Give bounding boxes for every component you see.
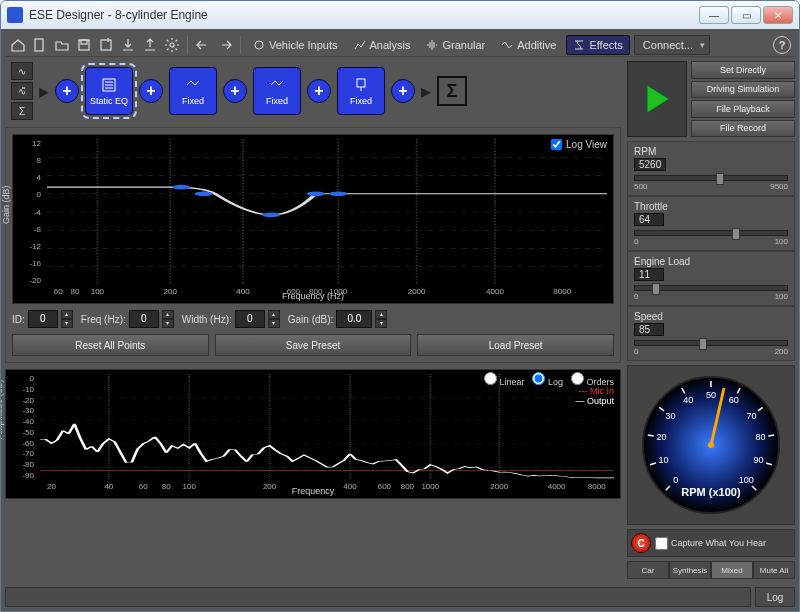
rpm-gauge: 0102030405060708090100 RPM (x100) <box>627 365 795 525</box>
fixed-node[interactable]: Fixed <box>169 67 217 115</box>
svg-rect-2 <box>81 40 87 44</box>
effects-chain: ∿ ∿̃ Σ ▸ + Static EQ + Fixed + <box>5 61 621 121</box>
id-up[interactable]: ▴ <box>61 310 73 319</box>
file-record-button[interactable]: File Record <box>691 120 795 138</box>
linear-radio[interactable]: Linear <box>484 372 525 387</box>
record-button[interactable]: C <box>631 533 651 553</box>
svg-point-22 <box>195 191 213 196</box>
freq-input[interactable]: 0 <box>129 310 159 328</box>
svg-text:90: 90 <box>754 455 764 465</box>
tab-mute-all[interactable]: Mute All <box>753 561 795 579</box>
tab-synthesis[interactable]: Synthesis <box>669 561 711 579</box>
add-node-button[interactable]: + <box>223 79 247 103</box>
svg-point-5 <box>255 41 263 49</box>
main-toolbar: Vehicle Inputs Analysis Granular Additiv… <box>5 33 795 57</box>
id-down[interactable]: ▾ <box>61 319 73 328</box>
svg-text:30: 30 <box>666 411 676 421</box>
svg-text:70: 70 <box>746 411 756 421</box>
open-icon[interactable] <box>53 36 71 54</box>
add-node-button[interactable]: + <box>391 79 415 103</box>
svg-point-61 <box>708 442 714 448</box>
load-slider[interactable]: Engine Load110100 <box>627 251 795 306</box>
svg-text:20: 20 <box>657 432 667 442</box>
export-icon[interactable] <box>141 36 159 54</box>
svg-rect-7 <box>357 79 365 87</box>
vehicle-inputs-button[interactable]: Vehicle Inputs <box>247 35 344 55</box>
window-title: ESE Designer - 8-cylinder Engine <box>29 8 697 22</box>
reset-points-button[interactable]: Reset All Points <box>12 334 209 356</box>
add-node-button[interactable]: + <box>307 79 331 103</box>
tab-car[interactable]: Car <box>627 561 669 579</box>
svg-text:50: 50 <box>706 390 716 400</box>
spec-x-label: Frequency <box>292 486 335 496</box>
connect-dropdown[interactable]: Connect... <box>634 35 710 55</box>
rpm-slider[interactable]: RPM52605009500 <box>627 141 795 196</box>
granular-button[interactable]: Granular <box>420 35 491 55</box>
gear-icon[interactable] <box>163 36 181 54</box>
driving-sim-button[interactable]: Driving Simulation <box>691 81 795 99</box>
eq-y-label: Gain (dB) <box>1 185 11 224</box>
svg-point-24 <box>307 191 325 196</box>
save-as-icon[interactable] <box>97 36 115 54</box>
speed-slider[interactable]: Speed850200 <box>627 306 795 361</box>
svg-text:40: 40 <box>683 395 693 405</box>
load-preset-button[interactable]: Load Preset <box>417 334 614 356</box>
log-radio[interactable]: Log <box>532 372 563 387</box>
capture-checkbox[interactable]: Capture What You Hear <box>655 537 766 550</box>
app-icon <box>7 7 23 23</box>
orders-radio[interactable]: Orders <box>571 372 614 387</box>
file-playback-button[interactable]: File Playback <box>691 100 795 118</box>
add-node-button[interactable]: + <box>139 79 163 103</box>
eq-plot[interactable]: Gain (dB) 12840-4-8-12-16-20 <box>12 134 614 304</box>
svg-line-54 <box>768 435 774 436</box>
fixed-node[interactable]: Fixed <box>337 67 385 115</box>
effects-button[interactable]: Effects <box>566 35 629 55</box>
fixed-node[interactable]: Fixed <box>253 67 301 115</box>
svg-point-4 <box>170 43 174 47</box>
spectrum-legend: --- Mic In — Output <box>575 386 614 406</box>
additive-button[interactable]: Additive <box>495 35 562 55</box>
new-icon[interactable] <box>31 36 49 54</box>
analysis-button[interactable]: Analysis <box>348 35 417 55</box>
close-button[interactable]: ✕ <box>763 6 793 24</box>
redo-icon[interactable] <box>216 36 234 54</box>
home-icon[interactable] <box>9 36 27 54</box>
set-directly-button[interactable]: Set Directly <box>691 61 795 79</box>
play-button[interactable] <box>627 61 687 137</box>
width-input[interactable]: 0 <box>235 310 265 328</box>
log-button[interactable]: Log <box>755 587 795 607</box>
svg-rect-0 <box>35 39 43 51</box>
svg-text:0: 0 <box>673 475 678 485</box>
svg-text:80: 80 <box>755 432 765 442</box>
status-bar <box>5 587 751 607</box>
save-preset-button[interactable]: Save Preset <box>215 334 412 356</box>
log-view-checkbox[interactable]: Log View <box>551 139 607 150</box>
undo-icon[interactable] <box>194 36 212 54</box>
arrow-icon: ▸ <box>39 79 49 103</box>
svg-point-23 <box>262 213 280 218</box>
maximize-button[interactable]: ▭ <box>731 6 761 24</box>
svg-text:60: 60 <box>729 395 739 405</box>
source-granular-icon[interactable]: ∿ <box>11 62 33 80</box>
source-sum-icon[interactable]: Σ <box>11 102 33 120</box>
titlebar: ESE Designer - 8-cylinder Engine ― ▭ ✕ <box>1 1 799 29</box>
svg-line-42 <box>648 435 654 436</box>
eq-x-label: Frequency (Hz) <box>282 291 344 301</box>
import-icon[interactable] <box>119 36 137 54</box>
add-node-button[interactable]: + <box>55 79 79 103</box>
svg-text:10: 10 <box>658 455 668 465</box>
spectrum-plot[interactable]: Amplitude (dB) 0-10-20-30-40-50-60-70-80… <box>5 369 621 499</box>
gain-input[interactable]: 0.0 <box>336 310 372 328</box>
save-icon[interactable] <box>75 36 93 54</box>
throttle-slider[interactable]: Throttle640100 <box>627 196 795 251</box>
id-input[interactable]: 0 <box>28 310 58 328</box>
tab-mixed[interactable]: Mixed <box>711 561 753 579</box>
svg-text:100: 100 <box>739 475 754 485</box>
svg-point-25 <box>329 191 347 196</box>
source-additive-icon[interactable]: ∿̃ <box>11 82 33 100</box>
static-eq-node[interactable]: Static EQ <box>85 67 133 115</box>
arrow-icon: ▸ <box>421 79 431 103</box>
minimize-button[interactable]: ― <box>699 6 729 24</box>
help-icon[interactable]: ? <box>773 36 791 54</box>
svg-rect-3 <box>101 40 111 50</box>
